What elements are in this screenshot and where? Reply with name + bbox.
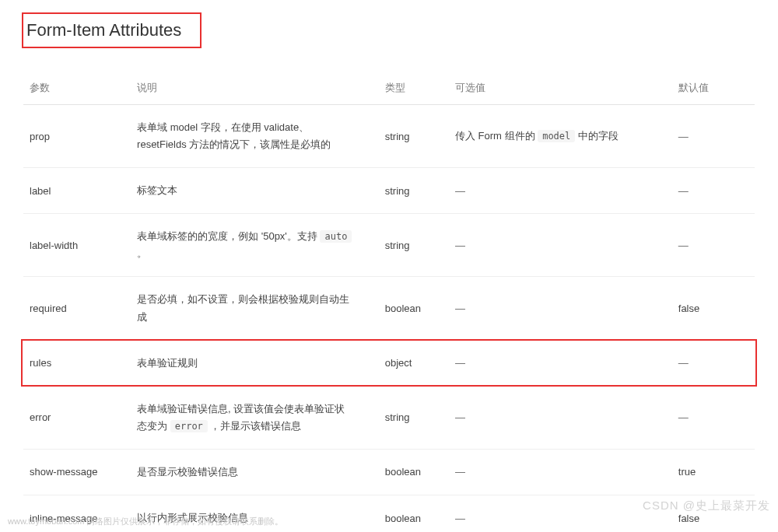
cell-opts: 传入 Form 组件的 model 中的字段 (449, 105, 672, 168)
cell-type: boolean (379, 277, 449, 340)
code-inline: auto (320, 230, 352, 243)
cell-param: show-message (23, 449, 131, 495)
cell-opts: — (449, 386, 672, 449)
cell-desc: 表单域验证错误信息, 设置该值会使表单验证状态变为 error ，并显示该错误信… (131, 386, 379, 449)
table-row: show-message是否显示校验错误信息boolean—true (23, 449, 755, 495)
cell-opts: — (449, 277, 672, 340)
cell-type: boolean (379, 495, 449, 532)
cell-type: string (379, 386, 449, 449)
cell-default: — (672, 214, 755, 277)
cell-desc: 是否显示校验错误信息 (131, 449, 379, 495)
cell-desc: 表单域标签的的宽度，例如 '50px'。支持 auto 。 (131, 214, 379, 277)
cell-default: — (672, 386, 755, 449)
cell-opts: — (449, 214, 672, 277)
cell-param: prop (23, 105, 131, 168)
section-title-box: Form-Item Attributes (22, 12, 202, 48)
section-title: Form-Item Attributes (26, 20, 181, 40)
cell-type: boolean (379, 449, 449, 495)
code-inline: model (538, 130, 575, 142)
cell-desc: 表单域 model 字段，在使用 validate、resetFields 方法… (131, 105, 379, 168)
header-default: 默认值 (672, 72, 755, 105)
cell-desc: 标签文本 (131, 168, 379, 214)
header-param: 参数 (23, 72, 131, 105)
table-row: error表单域验证错误信息, 设置该值会使表单验证状态变为 error ，并显… (23, 386, 755, 449)
table-row: prop表单域 model 字段，在使用 validate、resetField… (23, 105, 755, 168)
cell-opts: — (449, 449, 672, 495)
cell-default: true (672, 449, 755, 495)
cell-param: rules (23, 340, 131, 386)
table-header-row: 参数 说明 类型 可选值 默认值 (23, 72, 755, 105)
watermark-right: CSDN @史上最菜开发 (643, 499, 770, 513)
cell-param: label (23, 168, 131, 214)
cell-default: — (672, 340, 755, 386)
cell-default: false (672, 277, 755, 340)
cell-type: string (379, 214, 449, 277)
table-row: label标签文本string—— (23, 168, 755, 214)
header-type: 类型 (379, 72, 449, 105)
cell-opts: — (449, 168, 672, 214)
header-desc: 说明 (131, 72, 379, 105)
attributes-table: 参数 说明 类型 可选值 默认值 prop表单域 model 字段，在使用 va… (23, 72, 755, 532)
cell-type: object (379, 340, 449, 386)
cell-opts: — (449, 340, 672, 386)
watermark-left: www.toymoban.com 网络图片仅供展示，非存储，如有侵权请联系删除。 (8, 516, 283, 527)
cell-type: string (379, 168, 449, 214)
header-opts: 可选值 (449, 72, 672, 105)
cell-default: — (672, 105, 755, 168)
cell-opts: — (449, 495, 672, 532)
cell-param: error (23, 386, 131, 449)
cell-desc: 是否必填，如不设置，则会根据校验规则自动生成 (131, 277, 379, 340)
cell-desc: 表单验证规则 (131, 340, 379, 386)
table-row: rules表单验证规则object—— (23, 340, 755, 386)
cell-type: string (379, 105, 449, 168)
cell-default: — (672, 168, 755, 214)
table-row: label-width表单域标签的的宽度，例如 '50px'。支持 auto 。… (23, 214, 755, 277)
table-row: required是否必填，如不设置，则会根据校验规则自动生成boolean—fa… (23, 277, 755, 340)
cell-param: required (23, 277, 131, 340)
cell-param: label-width (23, 214, 131, 277)
code-inline: error (170, 420, 208, 432)
